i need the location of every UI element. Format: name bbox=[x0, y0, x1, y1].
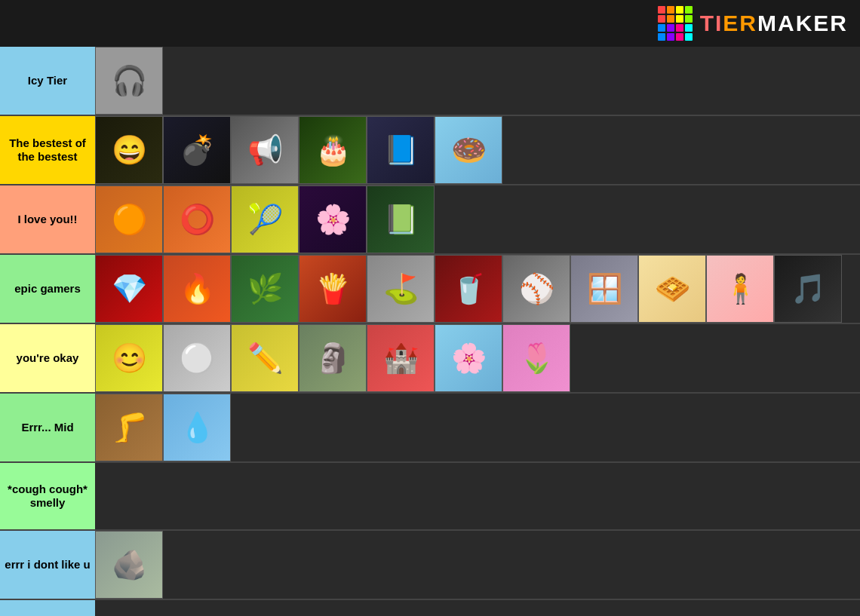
tiermaker-logo: TiERMAKER bbox=[658, 6, 848, 41]
logo-er: ER bbox=[723, 11, 757, 35]
char-item-yellow-face[interactable]: 😄 bbox=[95, 116, 163, 184]
char-item-yellow-sm[interactable]: 😊 bbox=[95, 324, 163, 392]
char-item-fluffy[interactable]: 🌸 bbox=[299, 185, 367, 253]
char-item-donut[interactable]: 🍩 bbox=[435, 116, 502, 184]
char-item-fluffy2[interactable]: 🌷 bbox=[502, 324, 570, 392]
logo-maker: MAKER bbox=[757, 11, 848, 35]
logo-dot bbox=[658, 6, 665, 14]
char-item-music[interactable]: 🎵 bbox=[774, 255, 842, 323]
tier-row-love: I love you!!🟠⭕🎾🌸📗 bbox=[0, 185, 860, 255]
tier-items-okay: 😊⚪✏️🗿🏰🌸🌷 bbox=[95, 324, 860, 392]
logo-dot bbox=[685, 24, 693, 32]
tier-items-love: 🟠⭕🎾🌸📗 bbox=[95, 185, 860, 253]
char-item-radio[interactable]: 🎧 bbox=[95, 47, 163, 115]
tier-label-dont: errr i dont like u bbox=[0, 531, 95, 599]
tier-items-mid: 🦵💧 bbox=[95, 394, 860, 461]
char-item-fries[interactable]: 🍟 bbox=[299, 255, 367, 323]
char-item-grey-rock[interactable]: 🪨 bbox=[95, 531, 163, 599]
char-item-ruby[interactable]: 💎 bbox=[95, 255, 163, 323]
logo-dot bbox=[658, 33, 665, 41]
char-item-rock-grey[interactable]: 🗿 bbox=[299, 324, 367, 392]
tier-items-cough bbox=[95, 463, 860, 529]
logo-dot bbox=[685, 6, 693, 14]
logo-dot bbox=[676, 6, 683, 14]
char-item-silver[interactable]: ⚪ bbox=[163, 324, 231, 392]
logo-grid-icon bbox=[658, 6, 693, 41]
tier-items-bestest: 😄💣📢🎂📘🍩 bbox=[95, 116, 860, 184]
logo-dot bbox=[667, 6, 674, 14]
char-item-flower[interactable]: 🌸 bbox=[435, 324, 502, 392]
tier-row-okay: you're okay😊⚪✏️🗿🏰🌸🌷 bbox=[0, 324, 860, 394]
tier-label-okay: you're okay bbox=[0, 324, 95, 392]
logo-tier: Ti bbox=[700, 11, 723, 35]
char-item-leg[interactable]: 🦵 bbox=[95, 394, 163, 461]
tier-table: Icy Tier🎧The bestest of the bestest😄💣📢🎂📘… bbox=[0, 47, 860, 616]
tier-label-cough: *cough cough* smelly bbox=[0, 463, 95, 529]
tier-row-bestest: The bestest of the bestest😄💣📢🎂📘🍩 bbox=[0, 116, 860, 185]
logo-dot bbox=[667, 33, 674, 41]
tier-row-icy: Icy Tier🎧 bbox=[0, 47, 860, 116]
tier-label-bestest: The bestest of the bestest bbox=[0, 116, 95, 184]
tier-row-mid: Errr... Mid🦵💧 bbox=[0, 394, 860, 463]
logo-dot bbox=[685, 15, 693, 23]
logo-dot bbox=[676, 24, 683, 32]
logo-dot bbox=[667, 24, 674, 32]
char-item-speaker[interactable]: 📢 bbox=[231, 116, 299, 184]
tier-items-dont: 🪨 bbox=[95, 531, 860, 599]
char-item-golf[interactable]: ⛳ bbox=[367, 255, 435, 323]
tier-row-cough: *cough cough* smelly bbox=[0, 463, 860, 531]
char-item-cake-at-stake[interactable]: 🎂 bbox=[299, 116, 367, 184]
char-item-book[interactable]: 📗 bbox=[367, 185, 435, 253]
tier-label-epic: epic gamers bbox=[0, 255, 95, 323]
char-item-leafy[interactable]: 🌿 bbox=[231, 255, 299, 323]
char-item-crayon[interactable]: ✏️ bbox=[231, 324, 299, 392]
logo-dot bbox=[676, 33, 683, 41]
char-item-portal[interactable]: ⭕ bbox=[163, 185, 231, 253]
char-item-castle[interactable]: 🏰 bbox=[367, 324, 435, 392]
tier-row-epic: epic gamers💎🔥🌿🍟⛳🥤⚾🪟🧇🧍🎵 bbox=[0, 255, 860, 324]
logo-dot bbox=[658, 24, 665, 32]
char-item-stickman[interactable]: 🧍 bbox=[706, 255, 774, 323]
tier-items-icy: 🎧 bbox=[95, 47, 860, 115]
tier-label-icy: Icy Tier bbox=[0, 47, 95, 115]
logo-text: TiERMAKER bbox=[700, 11, 848, 36]
char-item-red-thing[interactable]: 🥤 bbox=[435, 255, 502, 323]
logo-dot bbox=[667, 15, 674, 23]
char-item-booklet[interactable]: 📘 bbox=[367, 116, 435, 184]
tier-items-epic: 💎🔥🌿🍟⛳🥤⚾🪟🧇🧍🎵 bbox=[95, 255, 860, 323]
char-item-orange[interactable]: 🟠 bbox=[95, 185, 163, 253]
char-item-window[interactable]: 🪟 bbox=[570, 255, 638, 323]
char-item-grey-ball[interactable]: ⚾ bbox=[502, 255, 570, 323]
char-item-waffle[interactable]: 🧇 bbox=[638, 255, 706, 323]
char-item-tennis[interactable]: 🎾 bbox=[231, 185, 299, 253]
char-item-teardrop[interactable]: 💧 bbox=[163, 394, 231, 461]
tier-row-dont: errr i dont like u🪨 bbox=[0, 531, 860, 600]
tier-label-kys: kys bbox=[0, 600, 95, 616]
tier-items-kys bbox=[95, 600, 860, 616]
logo-dot bbox=[685, 33, 693, 41]
header: TiERMAKER bbox=[0, 0, 860, 47]
char-item-firey[interactable]: 🔥 bbox=[163, 255, 231, 323]
tier-label-mid: Errr... Mid bbox=[0, 394, 95, 461]
tier-row-kys: kys bbox=[0, 600, 860, 616]
logo-dot bbox=[658, 15, 665, 23]
tier-label-love: I love you!! bbox=[0, 185, 95, 253]
logo-dot bbox=[676, 15, 683, 23]
char-item-bomb[interactable]: 💣 bbox=[163, 116, 231, 184]
